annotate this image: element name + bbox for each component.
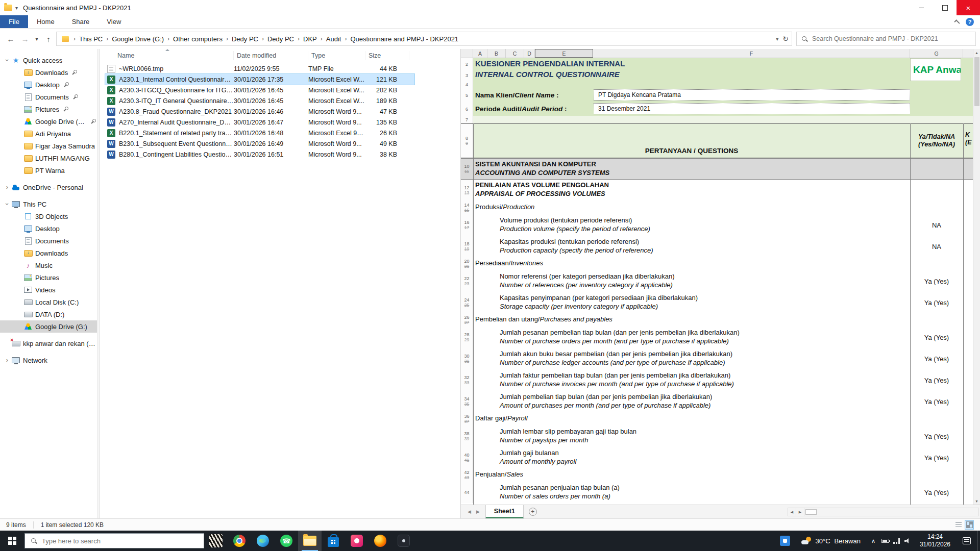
- file-row-a230-8-fraud-questionnaire-dkp2021[interactable]: A230.8_Fraud Questionnaire_DKP202130/01/…: [105, 106, 414, 117]
- file-row-b280-1-contingent-liabilities-questionn[interactable]: B280.1_Contingent Liabilities Questionn.…: [105, 149, 414, 160]
- chevron-icon[interactable]: ›: [4, 201, 10, 207]
- taskbar-app-whatsapp[interactable]: [275, 531, 298, 551]
- file-row-wrl0066-tmp[interactable]: ~WRL0066.tmp11/02/2025 9:55TMP File44 KB: [105, 63, 414, 74]
- field-value[interactable]: PT Digdaya Kencana Pratama: [594, 89, 910, 101]
- field-value[interactable]: 31 Desember 2021: [594, 103, 910, 114]
- scroll-left-icon[interactable]: ◀: [788, 508, 796, 516]
- answer-cell[interactable]: Ya (Yes): [910, 327, 963, 348]
- tray-app-icon[interactable]: [780, 536, 790, 546]
- column-header-name[interactable]: Name: [105, 51, 234, 60]
- sidebar-item-pictures[interactable]: Pictures: [0, 103, 97, 115]
- breadcrumb-item-audit[interactable]: Audit: [325, 35, 342, 43]
- sidebar-item-pt-warna[interactable]: PT Warna: [0, 164, 97, 177]
- column-header-date[interactable]: Date modified: [234, 51, 308, 60]
- file-row-b220-1-statement-of-related-party-transac[interactable]: B220.1_Statement of related party transa…: [105, 128, 414, 138]
- sidebar-item-documents[interactable]: Documents: [0, 91, 97, 103]
- help-icon[interactable]: ?: [966, 18, 974, 26]
- taskbar-app-zebra[interactable]: [204, 531, 228, 551]
- action-center-button[interactable]: [957, 531, 977, 551]
- col-header-C[interactable]: C: [506, 49, 524, 58]
- details-view-button[interactable]: [954, 520, 963, 530]
- answer-cell[interactable]: NA: [910, 236, 963, 257]
- chevron-icon[interactable]: ›: [4, 357, 10, 363]
- horizontal-scroll-thumb[interactable]: [805, 509, 817, 515]
- thumbnails-view-button[interactable]: [965, 520, 974, 530]
- column-header-size[interactable]: Size: [365, 51, 409, 60]
- explorer-search-input[interactable]: [812, 35, 971, 42]
- taskbar-app-store[interactable]: [322, 531, 345, 551]
- tab-share[interactable]: Share: [63, 15, 99, 28]
- col-header-G[interactable]: G: [910, 49, 963, 58]
- answer-cell[interactable]: Ya (Yes): [910, 391, 963, 412]
- address-box[interactable]: › This PC›Google Drive (G:)›Other comput…: [56, 32, 792, 46]
- taskbar-app-file-explorer[interactable]: [298, 531, 322, 551]
- forward-button[interactable]: →: [18, 32, 32, 45]
- battery-button[interactable]: [880, 531, 891, 551]
- preview-vertical-scrollbar[interactable]: ▲ ▼: [973, 49, 980, 505]
- breadcrumb-item-google-drive-g[interactable]: Google Drive (G:): [111, 35, 165, 43]
- breadcrumb-item-dedy-pc[interactable]: Dedy PC: [231, 35, 259, 43]
- answer-cell[interactable]: Ya (Yes): [910, 369, 963, 391]
- sidebar-item-documents[interactable]: Documents: [0, 235, 97, 247]
- taskbar-app-pink-app[interactable]: [345, 531, 369, 551]
- network-button[interactable]: [891, 531, 902, 551]
- file-row-a270-internal-audit-questionnaire-dkp2[interactable]: A270_Internal Audit Questionnaire_DKP2..…: [105, 117, 414, 128]
- sidebar-item-downloads[interactable]: Downloads: [0, 66, 97, 79]
- file-row-a230-3-itgcq-questionnaire-for-itgc-dk[interactable]: A230.3-ITGCQ_Questionnaire for ITGC_DK..…: [105, 85, 414, 95]
- sheet-body[interactable]: 2KUESIONER PENGENDALIAN INTERNAL3INTERNA…: [461, 58, 973, 505]
- sidebar-item-desktop[interactable]: Desktop: [0, 222, 97, 235]
- recent-locations-chevron[interactable]: ▾: [33, 32, 41, 45]
- column-header-type[interactable]: Type: [308, 51, 365, 60]
- breadcrumb-item-dkp[interactable]: DKP: [302, 35, 318, 43]
- sidebar-item-google-drive-g[interactable]: Google Drive (G:): [0, 115, 97, 128]
- scroll-right-icon[interactable]: ▶: [796, 508, 804, 516]
- up-button[interactable]: ↑: [42, 32, 55, 45]
- volume-button[interactable]: [902, 531, 914, 551]
- sheet-tab-sheet1[interactable]: Sheet1: [485, 505, 524, 518]
- col-header-B[interactable]: B: [487, 49, 506, 58]
- sidebar-item-luthfi-magang[interactable]: LUTHFI MAGANG: [0, 152, 97, 164]
- breadcrumb-item-other-computers[interactable]: Other computers: [172, 35, 224, 43]
- answer-cell[interactable]: NA: [910, 214, 963, 236]
- taskbar-app-edge[interactable]: [251, 531, 275, 551]
- answer-cell[interactable]: Ya (Yes): [910, 482, 963, 503]
- tab-home[interactable]: Home: [28, 15, 63, 28]
- col-header-D[interactable]: D: [524, 49, 535, 58]
- sidebar-item-downloads[interactable]: Downloads: [0, 247, 97, 259]
- preview-horizontal-scrollbar[interactable]: ◀ ▶: [788, 508, 979, 516]
- quick-access-toolbar-chevron[interactable]: ▾: [15, 5, 18, 11]
- close-button[interactable]: ×: [957, 0, 980, 15]
- taskbar-app-chrome[interactable]: [228, 531, 251, 551]
- file-row-a230-3-itq-it-general-questionnaire-dk[interactable]: A230.3-ITQ_IT General Questionnaire_DK..…: [105, 95, 414, 106]
- answer-cell[interactable]: Ya (Yes): [910, 447, 963, 468]
- chevron-icon[interactable]: ›: [4, 184, 10, 190]
- address-dropdown-chevron[interactable]: ▾: [776, 36, 778, 42]
- sidebar-item-3d-objects[interactable]: 3D Objects: [0, 210, 97, 222]
- sidebar-item-music[interactable]: Music: [0, 259, 97, 271]
- maximize-button[interactable]: [933, 0, 957, 15]
- show-desktop-button[interactable]: [977, 531, 980, 551]
- add-sheet-icon[interactable]: +: [529, 508, 537, 516]
- sidebar-item-network[interactable]: ›Network: [0, 354, 97, 366]
- sidebar-item-google-drive-g[interactable]: Google Drive (G:): [0, 320, 97, 333]
- minimize-button[interactable]: [910, 0, 933, 15]
- sidebar-item-onedrive-personal[interactable]: ›OneDrive - Personal: [0, 181, 97, 193]
- collapse-ribbon-icon[interactable]: [954, 19, 960, 25]
- taskbar-search-box[interactable]: [24, 533, 204, 548]
- taskbar-search-input[interactable]: [42, 537, 198, 545]
- answer-cell[interactable]: Ya (Yes): [910, 270, 963, 292]
- sidebar-item-pictures[interactable]: Pictures: [0, 271, 97, 284]
- answer-cell[interactable]: Ya (Yes): [910, 292, 963, 313]
- sidebar-item-this-pc[interactable]: ›This PC: [0, 198, 97, 210]
- refresh-icon[interactable]: ↻: [782, 35, 789, 43]
- taskbar-app-dark-app[interactable]: [392, 531, 415, 551]
- explorer-search-box[interactable]: [796, 32, 976, 46]
- breadcrumb-item-questionnaire-and-pmpj-dkp2021[interactable]: Questionnaire and PMPJ - DKP2021: [349, 35, 459, 43]
- sidebar-item-adi-priyatna[interactable]: Adi Priyatna: [0, 128, 97, 140]
- sheet-nav-right-icon[interactable]: ▶: [474, 509, 482, 514]
- taskbar-app-firefox[interactable]: [369, 531, 392, 551]
- vertical-scroll-thumb[interactable]: [974, 57, 979, 106]
- col-header-F[interactable]: F: [593, 49, 910, 58]
- start-button[interactable]: [0, 531, 24, 551]
- back-button[interactable]: ←: [4, 32, 17, 45]
